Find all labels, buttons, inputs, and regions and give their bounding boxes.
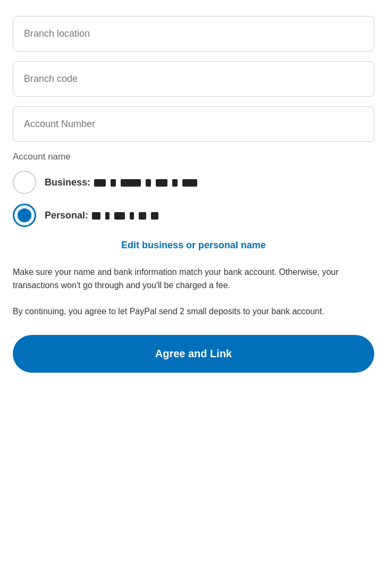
personal-radio-option[interactable]: Personal: — [13, 204, 374, 227]
radio-selected-indicator — [18, 208, 31, 222]
blurred-text-2 — [111, 179, 116, 187]
deposits-info-text: By continuing, you agree to let PayPal s… — [13, 305, 374, 318]
blurred-text-8 — [92, 212, 100, 220]
bank-match-info-text: Make sure your name and bank information… — [13, 266, 374, 292]
business-label-bold: Business: — [45, 177, 90, 188]
branch-location-input[interactable] — [13, 16, 374, 52]
account-number-input[interactable] — [13, 106, 374, 142]
blurred-text-7 — [182, 179, 197, 187]
blurred-text-1 — [94, 179, 106, 187]
agree-and-link-button[interactable]: Agree and Link — [13, 335, 374, 373]
personal-label-bold: Personal: — [45, 210, 88, 221]
blurred-text-4 — [146, 179, 151, 187]
blurred-text-3 — [121, 179, 141, 187]
blurred-text-5 — [156, 179, 167, 187]
blurred-text-12 — [139, 212, 146, 220]
blurred-text-6 — [172, 179, 178, 187]
branch-code-input[interactable] — [13, 61, 374, 97]
account-number-field — [13, 106, 374, 142]
blurred-text-11 — [130, 212, 134, 220]
business-radio-label: Business: — [45, 177, 198, 188]
blurred-text-10 — [114, 212, 125, 220]
personal-radio-label: Personal: — [45, 210, 159, 221]
blurred-text-13 — [151, 212, 158, 220]
business-radio-option[interactable]: Business: — [13, 171, 374, 194]
branch-code-field — [13, 61, 374, 97]
blurred-text-9 — [105, 212, 110, 220]
edit-business-personal-link[interactable]: Edit business or personal name — [13, 240, 374, 251]
account-name-label: Account name — [13, 152, 374, 162]
account-type-radio-group: Business: Personal: — [13, 171, 374, 227]
branch-location-field — [13, 16, 374, 52]
personal-radio-button[interactable] — [13, 204, 36, 227]
business-radio-button[interactable] — [13, 171, 36, 194]
